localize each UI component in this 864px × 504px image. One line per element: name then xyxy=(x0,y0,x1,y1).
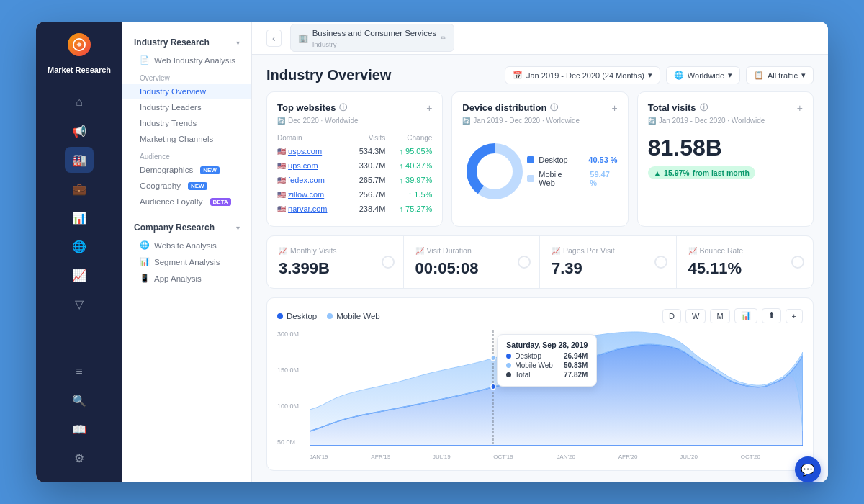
x-label: JUL'20 xyxy=(680,454,698,460)
sidebar-megaphone[interactable]: 📢 xyxy=(65,118,94,144)
nav-website-analysis[interactable]: 🌐 Website Analysis xyxy=(122,237,251,253)
chart-y-labels: 300.0M 150.0M 100.0M 50.0M xyxy=(277,330,310,446)
sidebar-search[interactable]: 🔍 xyxy=(65,387,94,413)
page-title: Industry Overview xyxy=(266,67,391,84)
nav-marketing-channels[interactable]: Marketing Channels xyxy=(122,131,251,147)
tooltip-mobile: Mobile Web 50.83M xyxy=(506,361,588,369)
domain-link[interactable]: ups.com xyxy=(288,161,318,170)
y-label-300: 300.0M xyxy=(277,330,310,338)
date-range-btn[interactable]: 📅 Jan 2019 - Dec 2020 (24 Months) ▾ xyxy=(505,66,660,84)
sidebar-filter[interactable]: ▽ xyxy=(65,291,94,317)
sidebar-home[interactable]: ⌂ xyxy=(65,89,94,115)
col-domain: Domain xyxy=(277,132,348,144)
domain-link[interactable]: zillow.com xyxy=(288,190,324,199)
sidebar-analytics[interactable]: 📈 xyxy=(65,262,94,288)
total-visits-title: Total visits ⓘ xyxy=(648,102,708,113)
tooltip-mobile-label: Mobile Web xyxy=(515,361,553,369)
chart-day-btn[interactable]: D xyxy=(662,309,681,323)
audience-loyalty-label: Audience Loyalty xyxy=(140,197,203,206)
chat-bubble[interactable]: 💬 xyxy=(795,456,821,482)
chart-export-btn[interactable]: ⬆ xyxy=(762,308,781,323)
app-logo xyxy=(68,33,91,56)
metric-cell: 📈 Monthly Visits 3.399B xyxy=(267,236,404,288)
sidebar-settings[interactable]: ⚙ xyxy=(65,445,94,471)
sidebar-chart[interactable]: 📊 xyxy=(65,204,94,230)
chart-add-btn[interactable]: + xyxy=(786,309,803,323)
x-label: OCT'19 xyxy=(493,454,513,460)
industry-research-title: Industry Research xyxy=(134,37,210,48)
cards-row: Top websites ⓘ + 🔄 Dec 2020 · Worldwide … xyxy=(252,91,828,235)
chart-month-btn[interactable]: M xyxy=(710,309,729,323)
metric-value: 3.399B xyxy=(279,259,392,278)
device-dist-plus[interactable]: + xyxy=(611,102,617,114)
nav-industry-trends[interactable]: Industry Trends xyxy=(122,115,251,131)
device-dist-header: Device distribution ⓘ + xyxy=(462,102,617,114)
app-title: Market Research xyxy=(42,65,117,75)
sidebar-book[interactable]: 📖 xyxy=(65,416,94,442)
up-arrow: ▲ xyxy=(654,168,661,177)
flag-icon: 🇺🇸 xyxy=(277,162,286,170)
chart-week-btn[interactable]: W xyxy=(685,309,706,323)
table-row: 🇺🇸 ups.com 330.7M ↑ 40.37% xyxy=(277,158,432,173)
chart-excel-btn[interactable]: 📊 xyxy=(734,308,757,323)
traffic-btn[interactable]: 📋 All traffic ▾ xyxy=(746,66,814,84)
sidebar-briefcase[interactable]: 💼 xyxy=(65,176,94,202)
top-websites-plus[interactable]: + xyxy=(426,102,432,114)
tooltip-desktop-dot xyxy=(506,354,511,359)
sidebar-globe[interactable]: 🌐 xyxy=(65,233,94,259)
nav-industry-leaders[interactable]: Industry Leaders xyxy=(122,99,251,115)
nav-industry-overview[interactable]: Industry Overview xyxy=(122,84,251,99)
tooltip-desktop: Desktop 26.94M xyxy=(506,352,588,360)
y-label-150: 150.0M xyxy=(277,366,310,374)
tooltip-dot-mobile xyxy=(491,355,495,361)
change-cell: ↑ 1.5% xyxy=(385,187,432,202)
donut-chart xyxy=(462,139,527,204)
breadcrumb-title: Business and Consumer Services xyxy=(312,27,437,39)
nav-audience-loyalty[interactable]: Audience Loyalty BETA xyxy=(122,194,251,210)
tooltip-total-val: 77.82M xyxy=(564,371,588,379)
sidebar-menu[interactable]: ≡ xyxy=(65,359,94,384)
main-content: ‹ 🏢 Business and Consumer Services Indus… xyxy=(252,22,828,482)
header-controls: 📅 Jan 2019 - Dec 2020 (24 Months) ▾ 🌐 Wo… xyxy=(505,66,814,84)
nav-app-analysis[interactable]: 📱 App Analysis xyxy=(122,270,251,287)
nav-demographics[interactable]: Demographics NEW xyxy=(122,162,251,178)
traffic-chevron: ▾ xyxy=(801,71,806,80)
geography-badge: NEW xyxy=(188,182,207,190)
total-visits-info-icon[interactable]: ⓘ xyxy=(700,102,708,113)
desktop-pct: 40.53 % xyxy=(581,156,617,164)
sidebar-industry[interactable]: 🏭 xyxy=(65,147,94,173)
nav-web-industry[interactable]: 📄 Web Industry Analysis xyxy=(122,52,251,68)
domain-link[interactable]: narvar.com xyxy=(288,204,327,213)
top-websites-table: Domain Visits Change 🇺🇸 usps.com 534.3M … xyxy=(277,132,432,216)
desktop-chart-label: Desktop xyxy=(287,312,317,320)
chart-controls: D W M 📊 ⬆ + xyxy=(662,308,803,323)
top-websites-header: Top websites ⓘ + xyxy=(277,102,432,114)
back-button[interactable]: ‹ xyxy=(266,30,282,47)
chart-legend: Desktop Mobile Web xyxy=(277,312,380,320)
legend-desktop: Desktop 40.53 % xyxy=(527,156,617,164)
nav-segment-analysis[interactable]: 📊 Segment Analysis xyxy=(122,253,251,270)
domain-link[interactable]: fedex.com xyxy=(288,176,325,184)
donut-legend: Desktop 40.53 % Mobile Web 59.47 % xyxy=(527,156,617,187)
domain-link[interactable]: usps.com xyxy=(288,147,322,156)
region-btn[interactable]: 🌐 Worldwide ▾ xyxy=(666,66,740,84)
device-dist-info-icon[interactable]: ⓘ xyxy=(550,102,558,113)
calendar-icon: 📅 xyxy=(513,71,523,80)
change-cell: ↑ 39.97% xyxy=(385,173,432,187)
total-visits-header: Total visits ⓘ + xyxy=(648,102,803,114)
change-cell: ↑ 95.05% xyxy=(385,144,432,158)
y-label-100: 100.0M xyxy=(277,402,310,410)
company-research-header[interactable]: Company Research ▾ xyxy=(122,218,251,237)
traffic-icon: 📋 xyxy=(754,71,764,80)
industry-research-header[interactable]: Industry Research ▾ xyxy=(122,33,251,52)
total-visits-plus[interactable]: + xyxy=(797,102,803,114)
sidebar: Market Research ⌂ 📢 🏭 💼 📊 🌐 📈 ▽ ≡ 🔍 📖 ⚙ xyxy=(36,22,122,482)
top-websites-info-icon[interactable]: ⓘ xyxy=(339,102,347,113)
nav-geography[interactable]: Geography NEW xyxy=(122,178,251,194)
total-visits-value: 81.58B xyxy=(648,135,803,161)
tooltip-desktop-val: 26.94M xyxy=(564,352,588,360)
tooltip-desktop-label: Desktop xyxy=(515,352,541,360)
breadcrumb-tab[interactable]: 🏢 Business and Consumer Services Industr… xyxy=(290,24,455,51)
metric-value: 00:05:08 xyxy=(415,259,528,278)
tooltip-total: Total 77.82M xyxy=(506,371,588,379)
